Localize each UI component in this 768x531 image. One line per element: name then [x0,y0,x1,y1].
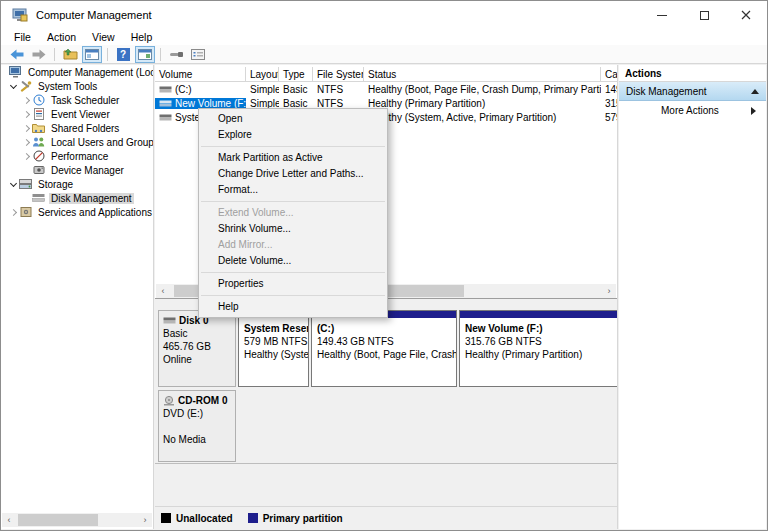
scroll-right-icon[interactable]: › [602,284,616,298]
volume-capacity: 149.43 GB [601,84,617,95]
chevron-right-icon[interactable] [20,150,32,162]
chevron-right-icon[interactable] [7,206,19,218]
toolbar-separator [107,48,108,61]
context-menu-properties[interactable]: Properties [199,276,387,292]
console-tree-icon [85,49,99,60]
menu-separator [201,201,385,202]
volume-capacity: 315.76 GB [601,98,617,109]
close-button[interactable] [725,1,767,29]
volume-row-c[interactable]: (C:) Simple Basic NTFS Healthy (Boot, Pa… [155,82,617,96]
tree-item-device-manager[interactable]: Device Manager [1,163,153,177]
collapse-icon[interactable] [751,89,759,94]
tree-item-label: Performance [49,151,110,162]
context-menu-shrink-volume[interactable]: Shrink Volume... [199,221,387,237]
tools-icon [19,80,32,92]
menu-action[interactable]: Action [39,30,84,44]
partition-strip: System Reserved 579 MB NTFS Healthy (Sys… [238,310,617,387]
action-tool-button[interactable] [166,46,186,63]
column-header-layout[interactable]: Layout [246,67,279,81]
title-bar[interactable]: Computer Management [1,1,767,29]
chevron-right-icon[interactable] [20,122,32,134]
context-menu-mark-partition-active[interactable]: Mark Partition as Active [199,150,387,166]
minimize-button[interactable] [641,1,683,29]
menu-file[interactable]: File [6,30,39,44]
forward-icon [32,49,46,60]
column-header-volume[interactable]: Volume [155,67,246,81]
export-button[interactable] [60,46,80,63]
context-menu-explore[interactable]: Explore [199,127,387,143]
tree-item-performance[interactable]: Performance [1,149,153,163]
chevron-right-icon[interactable] [20,108,32,120]
tree-item-shared-folders[interactable]: Shared Folders [1,121,153,135]
device-manager-icon [32,164,45,176]
volume-layout: Simple [246,98,279,109]
column-header-status[interactable]: Status [364,67,601,81]
scroll-left-icon[interactable]: ‹ [156,284,170,298]
shared-folders-icon [32,122,45,134]
cdrom-name: CD-ROM 0 [178,394,227,407]
tree-item-system-tools[interactable]: System Tools [1,79,153,93]
submenu-arrow-icon [751,107,756,115]
volume-icon [159,114,172,121]
tree-item-label: Task Scheduler [49,95,121,106]
partition-name: New Volume (F:) [465,322,613,335]
chevron-down-icon[interactable] [7,80,19,92]
actions-group-label: Disk Management [626,86,707,97]
disk0-header[interactable]: Disk 0 Basic 465.76 GB Online [158,310,236,387]
scroll-right-icon[interactable]: › [138,513,152,527]
disk-view-divider [155,463,617,464]
context-menu-help[interactable]: Help [199,299,387,315]
chevron-right-icon[interactable] [20,136,32,148]
partition-name: (C:) [317,322,451,335]
column-header-type[interactable]: Type [279,67,313,81]
scrollbar-thumb[interactable] [18,514,98,526]
volume-fs: NTFS [313,98,364,109]
chevron-right-icon[interactable] [20,94,32,106]
column-header-file-system[interactable]: File System [313,67,364,81]
scroll-left-icon[interactable]: ‹ [2,513,16,527]
actions-title: Actions [619,65,766,82]
scrollbar-track[interactable] [16,513,138,527]
tree-item-task-scheduler[interactable]: Task Scheduler [1,93,153,107]
disk-type: Basic [163,327,231,340]
partition-system-reserved[interactable]: System Reserved 579 MB NTFS Healthy (Sys… [238,310,309,387]
cdrom-header[interactable]: CD-ROM 0 DVD (E:) No Media [158,390,236,462]
context-menu-change-drive-letter[interactable]: Change Drive Letter and Paths... [199,166,387,182]
volume-status: Healthy (Boot, Page File, Crash Dump, Pr… [364,84,601,95]
volume-context-menu: Open Explore Mark Partition as Active Ch… [198,108,388,318]
partition-new-volume-f[interactable]: New Volume (F:) 315.76 GB NTFS Healthy (… [459,310,617,387]
tree-item-disk-management[interactable]: Disk Management [1,191,153,205]
forward-button[interactable] [29,46,49,63]
volume-status: Healthy (Primary Partition) [364,98,601,109]
actions-group-disk-management[interactable]: Disk Management [619,82,766,101]
properties-list-button[interactable] [188,46,208,63]
tree-item-local-users-groups[interactable]: Local Users and Groups [1,135,153,149]
tree-item-computer-management[interactable]: Computer Management (Local) [1,65,153,79]
tree-item-services-applications[interactable]: Services and Applications [1,205,153,219]
partition-size: 149.43 GB NTFS [317,335,451,348]
volume-name: New Volume (F:) [175,98,246,109]
context-menu-open[interactable]: Open [199,111,387,127]
help-icon: ? [117,48,130,61]
menu-view[interactable]: View [84,30,123,44]
context-menu-format[interactable]: Format... [199,182,387,198]
maximize-button[interactable] [683,1,725,29]
volume-type: Basic [279,98,313,109]
volume-status: Healthy (System, Active, Primary Partiti… [364,112,601,123]
storage-icon [19,178,32,190]
tree-item-storage[interactable]: Storage [1,177,153,191]
partition-c[interactable]: (C:) 149.43 GB NTFS Healthy (Boot, Page … [311,310,457,387]
tree-item-event-viewer[interactable]: Event Viewer [1,107,153,121]
more-actions-item[interactable]: More Actions [619,101,766,120]
help-button[interactable]: ? [113,46,133,63]
column-header-capacity[interactable]: Capacity [601,67,617,81]
chevron-down-icon[interactable] [7,178,19,190]
console-tree-button[interactable] [82,46,102,63]
show-hide-button[interactable] [135,46,155,63]
disk-management-icon [32,192,45,204]
menu-help[interactable]: Help [123,30,161,44]
app-icon [12,8,28,22]
back-button[interactable] [7,46,27,63]
tree-horizontal-scrollbar[interactable]: ‹ › [2,513,152,527]
context-menu-delete-volume[interactable]: Delete Volume... [199,253,387,269]
